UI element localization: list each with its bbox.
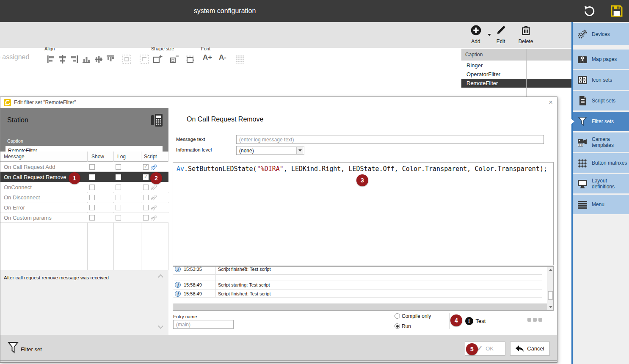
close-button[interactable]: × xyxy=(546,98,556,107)
sidebar-item-button-matrixes[interactable]: Button matrixes xyxy=(573,153,629,173)
log-checkbox[interactable] xyxy=(116,164,121,170)
edit-button[interactable]: Edit xyxy=(490,25,512,45)
show-checkbox[interactable] xyxy=(89,205,95,210)
sidebar-item-layout-definitions[interactable]: Layout definitions xyxy=(573,174,629,193)
script-column-header: Script xyxy=(144,154,157,160)
undo-button[interactable] xyxy=(582,3,597,19)
sidebar-item-camera-templates[interactable]: Camera templates xyxy=(573,132,629,152)
log-checkbox[interactable] xyxy=(116,195,121,200)
show-checkbox[interactable] xyxy=(89,164,95,170)
shape-fit-width-icon[interactable] xyxy=(185,54,196,64)
scrollbar-down-button[interactable] xyxy=(547,304,554,310)
script-checkbox[interactable] xyxy=(143,174,149,180)
log-checkbox[interactable] xyxy=(116,185,121,190)
script-checkbox[interactable] xyxy=(143,195,149,200)
cancel-button[interactable]: Cancel xyxy=(510,342,550,356)
scroll-up-icon[interactable] xyxy=(158,274,163,280)
object-row-remotefilter[interactable]: RemoteFilter AcmStation xyxy=(461,79,571,88)
select-dropdown-button[interactable] xyxy=(296,147,303,154)
scroll-down-icon[interactable] xyxy=(158,323,163,329)
show-checkbox[interactable] xyxy=(89,185,95,190)
information-level-select[interactable]: (none) xyxy=(236,146,304,155)
log-checkbox[interactable] xyxy=(116,205,121,210)
script-checkbox[interactable] xyxy=(143,185,149,190)
sidebar-item-filter-sets[interactable]: Filter sets xyxy=(573,112,629,131)
sidebar-item-label: Camera templates xyxy=(592,136,629,148)
message-row-on-disconnect[interactable]: On Disconnect xyxy=(0,193,168,202)
align-bottom-icon[interactable] xyxy=(81,54,91,64)
message-row-on-error[interactable]: On Error xyxy=(0,203,168,212)
script-gear-icon[interactable] xyxy=(150,194,157,201)
script-checkbox[interactable] xyxy=(143,205,149,210)
object-row-ringer[interactable]: Ringer Station xyxy=(461,61,571,70)
align-middle-icon[interactable] xyxy=(94,54,104,64)
log-checkbox[interactable] xyxy=(116,215,121,221)
script-gear-icon[interactable] xyxy=(150,164,157,171)
message-text-label: Message text xyxy=(176,137,205,142)
horizontal-scrollbar[interactable] xyxy=(173,303,548,310)
code-rest: , LEDKind.Right, LEDState.Off, Color.Tra… xyxy=(284,165,547,173)
log-checkbox[interactable] xyxy=(116,174,121,180)
message-text-input[interactable] xyxy=(236,135,544,144)
entry-name-label: Entry name xyxy=(173,314,197,319)
sidebar-item-icon-sets[interactable]: Icon sets xyxy=(573,70,629,90)
align-group-label: Align xyxy=(44,46,55,51)
object-row-operatorfilter[interactable]: OperatorFilter Station xyxy=(461,70,571,79)
gears-icon xyxy=(577,29,588,40)
shape-shrink-icon[interactable] xyxy=(169,54,179,64)
dialog-icon xyxy=(4,99,11,106)
caption-label: Caption xyxy=(7,138,23,143)
snap-to-grid-icon[interactable] xyxy=(121,54,132,64)
show-checkbox[interactable] xyxy=(89,174,95,180)
shape-size-group-label: Shape size xyxy=(151,46,174,51)
code-call: .SetButtonLEDState( xyxy=(184,165,257,173)
script-checkbox[interactable] xyxy=(143,164,149,170)
message-table-header: Message Show Log Script xyxy=(0,152,168,162)
show-checkbox[interactable] xyxy=(89,195,95,200)
save-button[interactable] xyxy=(609,3,624,19)
test-button-label: Test xyxy=(476,318,486,324)
grid-pattern-icon[interactable] xyxy=(235,54,245,64)
entry-name-input[interactable] xyxy=(173,320,234,329)
sidebar-item-map-pages[interactable]: Map pages xyxy=(573,50,629,69)
monitor-icon xyxy=(577,178,588,189)
message-row-on-call-request-add[interactable]: On Call Request Add xyxy=(0,162,168,172)
show-checkbox[interactable] xyxy=(89,215,95,221)
message-row-onconnect[interactable]: OnConnect xyxy=(0,182,168,192)
scrollbar-up-button[interactable] xyxy=(547,267,554,273)
triangle-up-icon xyxy=(549,269,552,271)
align-top-icon[interactable] xyxy=(105,54,116,64)
sidebar-item-label: Devices xyxy=(592,31,610,37)
log-row: i 15:53:35 Script finished: Test script xyxy=(173,266,542,275)
log-message: Script finished: Test script xyxy=(218,291,271,296)
sidebar-item-script-sets[interactable]: Script sets xyxy=(573,91,629,110)
compile-only-label[interactable]: Compile only xyxy=(402,313,431,319)
object-caption: RemoteFilter xyxy=(466,80,498,86)
snap-corner-icon[interactable] xyxy=(139,54,149,64)
align-center-icon[interactable] xyxy=(58,54,68,64)
script-gear-icon[interactable] xyxy=(150,204,157,211)
message-row-on-call-request-remove[interactable]: On Call Request Remove xyxy=(0,172,168,182)
phone-icon xyxy=(151,114,163,127)
script-gear-icon[interactable] xyxy=(150,215,157,221)
script-gear-icon[interactable] xyxy=(150,184,157,191)
add-button[interactable]: Add xyxy=(465,25,487,45)
align-right-icon[interactable] xyxy=(69,54,80,64)
dialog-titlebar[interactable]: Edit filter set "RemoteFilter" xyxy=(0,97,557,108)
log-row-empty xyxy=(173,275,542,281)
delete-button[interactable]: Delete xyxy=(515,25,537,45)
message-row-on-custom-params[interactable]: On Custom params xyxy=(0,213,168,223)
run-label[interactable]: Run xyxy=(402,323,411,329)
sidebar-item-devices[interactable]: Devices xyxy=(573,23,629,45)
shape-enlarge-icon[interactable] xyxy=(153,54,163,64)
font-increase-button[interactable]: A+ xyxy=(203,53,212,62)
script-checkbox[interactable] xyxy=(143,215,149,221)
compile-only-radio[interactable] xyxy=(395,313,400,319)
run-radio[interactable] xyxy=(395,323,400,329)
scrollbar-thumb[interactable] xyxy=(548,291,553,300)
align-left-icon[interactable] xyxy=(46,54,56,64)
vertical-scrollbar[interactable] xyxy=(547,267,553,304)
delete-label: Delete xyxy=(515,39,537,44)
font-decrease-button[interactable]: A- xyxy=(219,53,226,62)
sidebar-item-menu[interactable]: Menu xyxy=(573,195,629,214)
